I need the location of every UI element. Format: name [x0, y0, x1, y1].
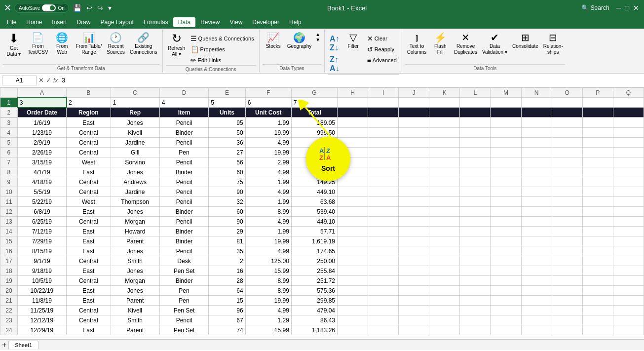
cell-row7-col4[interactable]: Pencil: [159, 157, 208, 167]
cell-row20-empty-7[interactable]: [337, 286, 368, 296]
cell-row18-col4[interactable]: Pen Set: [159, 266, 208, 276]
cell-row14-empty-15[interactable]: [582, 227, 613, 236]
row-header-12[interactable]: 12: [0, 207, 18, 217]
cell-row16-empty-7[interactable]: [337, 246, 368, 256]
cell-row12-empty-12[interactable]: [491, 207, 521, 217]
sort-asc-button[interactable]: A↑Z↓: [328, 34, 341, 53]
cell-row16-col5[interactable]: 35: [209, 246, 246, 256]
cell-row15-col1[interactable]: 7/29/19: [17, 236, 66, 246]
cell-row23-empty-7[interactable]: [337, 315, 368, 325]
cell-row10-col5[interactable]: 90: [209, 187, 246, 197]
cancel-icon[interactable]: ✕: [38, 77, 44, 84]
cell-E1[interactable]: 5: [209, 98, 246, 108]
cell-row22-empty-9[interactable]: [399, 306, 429, 315]
cell-row4-empty-16[interactable]: [613, 128, 644, 138]
cell-row10-empty-9[interactable]: [399, 187, 429, 197]
cell-row10-empty-16[interactable]: [613, 187, 644, 197]
cell-row6-empty-16[interactable]: [613, 148, 644, 157]
search-label[interactable]: 🔍 Search: [581, 4, 609, 11]
cell-row8-col4[interactable]: Binder: [159, 167, 208, 177]
cell-row7-col2[interactable]: West: [67, 157, 111, 167]
cell-row24-col1[interactable]: 12/29/19: [17, 325, 66, 335]
cell-row3-col3[interactable]: Jones: [111, 118, 159, 128]
row-header-5[interactable]: 5: [0, 138, 18, 148]
cell-row22-empty-11[interactable]: [460, 306, 491, 315]
cell-row22-empty-8[interactable]: [368, 306, 399, 315]
cell-A1[interactable]: 3: [17, 98, 66, 108]
col-header-C[interactable]: C: [111, 88, 159, 98]
filter-button[interactable]: ▽ Filter: [342, 32, 364, 50]
cell-row24-empty-11[interactable]: [460, 325, 491, 335]
formula-input[interactable]: [60, 76, 642, 85]
cell-row23-col1[interactable]: 12/12/19: [17, 315, 66, 325]
cell-row23-empty-8[interactable]: [368, 315, 399, 325]
cell-row4-col2[interactable]: Central: [67, 128, 111, 138]
cell-row5-empty-11[interactable]: [460, 138, 491, 148]
cell-row17-col2[interactable]: Central: [67, 256, 111, 266]
consolidate-button[interactable]: ⊞ Consolidate: [510, 32, 540, 50]
cell-row10-empty-15[interactable]: [582, 187, 613, 197]
cell-row19-col5[interactable]: 28: [209, 276, 246, 286]
cell-row6-empty-14[interactable]: [552, 148, 582, 157]
cell-row21-empty-7[interactable]: [337, 296, 368, 306]
cell-row18-empty-9[interactable]: [399, 266, 429, 276]
cell-row24-col2[interactable]: East: [67, 325, 111, 335]
cell-row22-empty-10[interactable]: [429, 306, 460, 315]
cell-row22-empty-13[interactable]: [521, 306, 552, 315]
cell-row20-col1[interactable]: 10/22/19: [17, 286, 66, 296]
cell-row24-col4[interactable]: Pen Set: [159, 325, 208, 335]
cell-row5-col5[interactable]: 36: [209, 138, 246, 148]
cell-row3-empty-13[interactable]: [521, 118, 552, 128]
cell-row9-empty-10[interactable]: [429, 177, 460, 187]
row-header-22[interactable]: 22: [0, 306, 18, 315]
cell-row19-empty-15[interactable]: [582, 276, 613, 286]
cell-row18-empty-7[interactable]: [337, 266, 368, 276]
cell-row13-empty-13[interactable]: [521, 217, 552, 227]
cell-row9-col5[interactable]: 75: [209, 177, 246, 187]
minimize-icon[interactable]: ─: [616, 4, 621, 12]
cell-row20-empty-15[interactable]: [582, 286, 613, 296]
cell-row11-empty-9[interactable]: [399, 197, 429, 207]
cell-row10-col3[interactable]: Jardine: [111, 187, 159, 197]
cell-row21-col2[interactable]: East: [67, 296, 111, 306]
cell-row20-empty-16[interactable]: [613, 286, 644, 296]
cell-row4-empty-8[interactable]: [368, 128, 399, 138]
cell-row24-empty-12[interactable]: [491, 325, 521, 335]
from-table-button[interactable]: 📊 From Table/Range: [74, 32, 104, 56]
col-header-Q[interactable]: Q: [613, 88, 644, 98]
cell-row18-col7[interactable]: 255.84: [291, 266, 337, 276]
cell-row16-col4[interactable]: Pencil: [159, 246, 208, 256]
cell-row10-empty-13[interactable]: [521, 187, 552, 197]
sheet-tab-1[interactable]: Sheet1: [8, 341, 38, 349]
cell-row12-empty-7[interactable]: [337, 207, 368, 217]
cell-I1[interactable]: [368, 98, 399, 108]
cell-row12-col5[interactable]: 60: [209, 207, 246, 217]
cell-N1[interactable]: [521, 98, 552, 108]
cell-row10-empty-7[interactable]: [337, 187, 368, 197]
cell-row8-col2[interactable]: East: [67, 167, 111, 177]
cell-row13-empty-11[interactable]: [460, 217, 491, 227]
cell-row13-col4[interactable]: Pencil: [159, 217, 208, 227]
cell-row24-empty-8[interactable]: [368, 325, 399, 335]
cell-row12-empty-16[interactable]: [613, 207, 644, 217]
cell-row4-col6[interactable]: 19.99: [245, 128, 291, 138]
cell-row16-col3[interactable]: Jones: [111, 246, 159, 256]
cell-row17-empty-12[interactable]: [491, 256, 521, 266]
cell-row12-col6[interactable]: 8.99: [245, 207, 291, 217]
geography-button[interactable]: 🌍 Geography: [285, 32, 313, 50]
cell-row15-empty-12[interactable]: [491, 236, 521, 246]
row-header-10[interactable]: 10: [0, 187, 18, 197]
cell-row12-empty-11[interactable]: [460, 207, 491, 217]
cell-row18-empty-15[interactable]: [582, 266, 613, 276]
cell-row13-col2[interactable]: Central: [67, 217, 111, 227]
cell-row15-col7[interactable]: 1,619.19: [291, 236, 337, 246]
cell-row5-empty-15[interactable]: [582, 138, 613, 148]
menu-developer[interactable]: Developer: [247, 17, 284, 27]
cell-row15-empty-7[interactable]: [337, 236, 368, 246]
cell-L1[interactable]: [460, 98, 491, 108]
cell-row10-empty-11[interactable]: [460, 187, 491, 197]
cell-row14-empty-11[interactable]: [460, 227, 491, 236]
menu-review[interactable]: Review: [195, 17, 225, 27]
refresh-all-button[interactable]: ↻ RefreshAll ▾: [166, 32, 188, 58]
cell-row3-empty-10[interactable]: [429, 118, 460, 128]
